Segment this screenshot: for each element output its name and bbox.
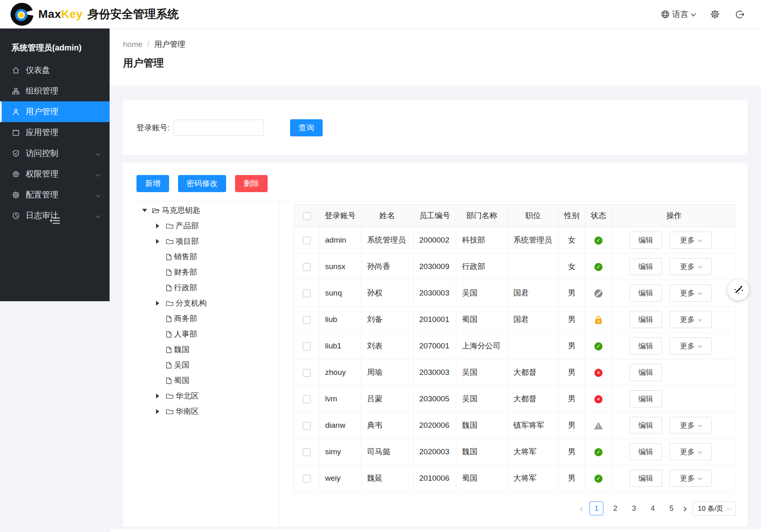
- cell-login-account: zhouy: [319, 359, 361, 386]
- row-checkbox[interactable]: [303, 422, 311, 430]
- edit-button[interactable]: 编辑: [629, 470, 662, 487]
- edit-button[interactable]: 编辑: [629, 232, 662, 249]
- floating-assistant-button[interactable]: [728, 279, 749, 300]
- edit-button[interactable]: 编辑: [629, 417, 662, 434]
- sidebar-item-apps[interactable]: 应用管理: [0, 122, 110, 143]
- select-all-checkbox[interactable]: [303, 212, 311, 220]
- cell-login-account: dianw: [319, 412, 361, 439]
- tree-node[interactable]: 销售部: [136, 249, 279, 265]
- page-size-select[interactable]: 10 条/页: [693, 501, 736, 516]
- tree-node[interactable]: 蜀国: [136, 373, 279, 388]
- tree-node[interactable]: 吴国: [136, 357, 279, 373]
- tree-node[interactable]: 商务部: [136, 311, 279, 326]
- cell-department: 魏国: [456, 439, 508, 465]
- tree-node[interactable]: 人事部: [136, 326, 279, 342]
- tree-node[interactable]: 魏国: [136, 342, 279, 357]
- tree-node[interactable]: 分支机构: [136, 296, 279, 311]
- status-disabled-icon: [594, 289, 603, 298]
- query-button[interactable]: 查询: [290, 119, 323, 136]
- caret-right-icon[interactable]: [156, 239, 159, 244]
- more-button[interactable]: 更多: [669, 417, 712, 434]
- breadcrumb-home[interactable]: home: [123, 40, 143, 49]
- more-button[interactable]: 更多: [669, 232, 712, 249]
- cell-gender: 男: [559, 307, 585, 333]
- chevron-right-icon[interactable]: ›: [683, 501, 687, 515]
- row-checkbox[interactable]: [303, 448, 311, 456]
- cell-department: 魏国: [456, 412, 508, 439]
- more-button[interactable]: 更多: [669, 285, 712, 302]
- org-icon: [12, 87, 20, 95]
- row-checkbox[interactable]: [303, 475, 311, 483]
- edit-button[interactable]: 编辑: [629, 443, 662, 460]
- login-account-input[interactable]: [174, 120, 264, 136]
- tree-node[interactable]: 华南区: [136, 404, 279, 419]
- change-password-button[interactable]: 密码修改: [178, 175, 226, 192]
- caret-right-icon[interactable]: [156, 301, 159, 306]
- sidebar-item-users[interactable]: 用户管理: [0, 101, 110, 122]
- page-3-button[interactable]: 3: [627, 501, 641, 515]
- cell-name: 典韦: [361, 412, 413, 439]
- sidebar-collapse-button[interactable]: [49, 217, 60, 225]
- tree-node[interactable]: 财务部: [136, 265, 279, 280]
- sidebar-item-access-control[interactable]: 访问控制: [0, 143, 110, 164]
- edit-button[interactable]: 编辑: [629, 337, 662, 355]
- tree-node[interactable]: 行政部: [136, 280, 279, 296]
- page-2-button[interactable]: 2: [608, 501, 622, 515]
- more-button[interactable]: 更多: [669, 443, 712, 460]
- page-4-button[interactable]: 4: [646, 501, 660, 515]
- more-button[interactable]: 更多: [669, 258, 712, 275]
- row-checkbox[interactable]: [303, 263, 311, 271]
- cell-position: [508, 333, 559, 359]
- row-checkbox[interactable]: [303, 395, 311, 403]
- sidebar-item-organization[interactable]: 组织管理: [0, 81, 110, 101]
- row-checkbox[interactable]: [303, 289, 311, 298]
- row-checkbox[interactable]: [303, 342, 311, 350]
- row-checkbox[interactable]: [303, 316, 311, 324]
- more-button[interactable]: 更多: [669, 311, 712, 328]
- users-table: 登录账号 姓名 员工编号 部门名称 职位 性别 状态 操作 admin 系统管理…: [294, 204, 736, 492]
- table-row: dianw 典韦 2020006 魏国 镇军将军 男 编辑 更多: [294, 412, 736, 439]
- sidebar-item-label: 用户管理: [26, 106, 58, 117]
- status-active-icon: [594, 448, 603, 456]
- folder-icon: [166, 239, 174, 245]
- caret-right-icon[interactable]: [156, 409, 159, 414]
- row-checkbox[interactable]: [303, 369, 311, 377]
- col-gender: 性别: [559, 205, 585, 227]
- page-1-button[interactable]: 1: [589, 501, 603, 515]
- more-button[interactable]: 更多: [669, 470, 712, 487]
- language-label: 语言: [672, 9, 688, 20]
- add-button[interactable]: 新增: [136, 175, 169, 192]
- delete-button[interactable]: 删除: [235, 175, 268, 192]
- logout-button[interactable]: [735, 10, 745, 19]
- page-title: 用户管理: [110, 50, 761, 70]
- row-checkbox[interactable]: [303, 236, 311, 245]
- language-menu[interactable]: 语言: [661, 9, 695, 20]
- edit-button[interactable]: 编辑: [629, 285, 662, 302]
- edit-button[interactable]: 编辑: [629, 390, 662, 407]
- caret-right-icon[interactable]: [156, 394, 159, 398]
- cell-employee-no: 2030009: [413, 254, 456, 280]
- tree-node[interactable]: 华北区: [136, 388, 279, 404]
- tree-node[interactable]: 产品部: [136, 218, 279, 234]
- page-5-button[interactable]: 5: [664, 501, 678, 515]
- table-row: sunsx 孙尚香 2030009 行政部 女 编辑 更多: [294, 254, 736, 280]
- edit-button[interactable]: 编辑: [629, 258, 662, 275]
- caret-right-icon[interactable]: [156, 223, 159, 228]
- cell-department: 行政部: [456, 254, 508, 280]
- edit-button[interactable]: 编辑: [629, 311, 662, 328]
- sidebar-item-dashboard[interactable]: 仪表盘: [0, 60, 110, 81]
- tree-node[interactable]: 项目部: [136, 234, 279, 249]
- chevron-left-icon[interactable]: ‹: [580, 501, 583, 515]
- sidebar-item-label: 应用管理: [26, 127, 58, 138]
- folder-icon: [166, 409, 174, 415]
- sidebar-item-configuration[interactable]: 配置管理: [0, 184, 110, 205]
- sidebar-item-permissions[interactable]: 权限管理: [0, 164, 110, 184]
- chevron-down-icon: [727, 506, 732, 510]
- tree-node[interactable]: 马克思钥匙: [136, 203, 279, 218]
- menu-fold-icon: [49, 217, 60, 225]
- settings-button[interactable]: [710, 9, 720, 19]
- caret-down-icon[interactable]: [142, 209, 147, 212]
- more-button[interactable]: 更多: [669, 337, 712, 355]
- edit-button[interactable]: 编辑: [629, 364, 662, 381]
- home-icon: [12, 66, 20, 74]
